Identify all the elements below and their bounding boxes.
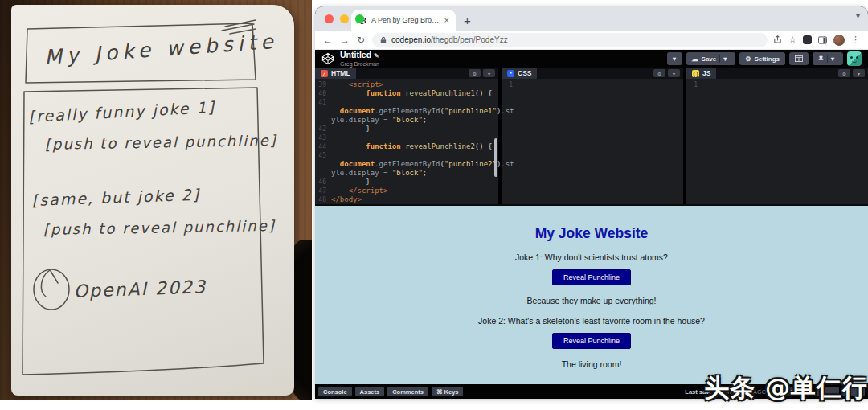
html-code-editor[interactable]: 39 <script>40 function revealPunchline1(… xyxy=(315,79,498,204)
js-panel-collapse-chevron-icon[interactable]: ▾ xyxy=(853,69,865,77)
html-panel-collapse-chevron-icon[interactable]: ▾ xyxy=(483,69,495,77)
sketch-line: [push to reveal punchline] xyxy=(43,217,276,238)
code-line[interactable]: 43 xyxy=(315,133,498,142)
code-text: </body> xyxy=(331,195,362,204)
line-number xyxy=(315,160,331,169)
codepen-header-actions: ♥ ☁ Save ▾ ⚙ Settings xyxy=(667,51,862,66)
js-panel-tab[interactable]: ( ) JS xyxy=(686,68,716,79)
footer-keys-button[interactable]: ⌘ Keys xyxy=(432,387,464,396)
line-number xyxy=(315,116,331,125)
pin-editor-button[interactable]: ▾ xyxy=(813,52,843,65)
code-line[interactable]: 42 } xyxy=(315,125,498,133)
new-tab-button[interactable]: + xyxy=(464,14,471,27)
footer-left-buttons: ConsoleAssetsComments⌘ Keys xyxy=(318,387,463,396)
sketch-logo-circle xyxy=(34,269,69,310)
css-code-editor[interactable]: 1 xyxy=(502,79,683,89)
code-line[interactable]: document.getElementById("punchline2").st xyxy=(315,160,498,169)
settings-button[interactable]: ⚙ Settings xyxy=(739,52,785,65)
js-panel-header: ( ) JS ⚙ ▾ xyxy=(686,68,868,79)
sketch-line: [same, but joke 2] xyxy=(31,186,201,209)
side-panel-icon[interactable] xyxy=(818,36,827,44)
pen-author[interactable]: Greg Brockman xyxy=(340,61,379,67)
footer-comments-button[interactable]: Comments xyxy=(387,387,428,396)
sketch-line: [push to reveal punchline] xyxy=(45,132,277,153)
browser-tab[interactable]: A Pen by Greg Brockman × xyxy=(351,10,456,31)
refresh-icon[interactable]: ↻ xyxy=(357,35,365,46)
code-text: <script> xyxy=(331,80,383,89)
codepen-logo-icon[interactable] xyxy=(321,52,334,65)
url-text: codepen.io/thegdb/pen/PodeYzz xyxy=(391,35,508,44)
code-line[interactable]: yle.display = "block"; xyxy=(315,116,498,125)
browser-profile-avatar[interactable] xyxy=(833,35,845,46)
preview-punchline1-text: Because they make up everything! xyxy=(315,296,868,305)
extension-icon[interactable] xyxy=(803,35,812,44)
like-button[interactable]: ♥ xyxy=(667,52,682,65)
edit-pen-title-icon[interactable]: ✎ xyxy=(374,52,379,59)
css-panel-header: * CSS ⚙ ▾ xyxy=(502,68,683,79)
back-icon[interactable]: ← xyxy=(323,35,333,46)
codepen-user-avatar[interactable] xyxy=(847,51,862,66)
code-line[interactable]: 46 } xyxy=(315,178,498,187)
css-panel-label: CSS xyxy=(518,69,531,77)
code-text: yle.display = "block"; xyxy=(331,169,427,178)
html-panel-label: HTML xyxy=(331,69,350,77)
sketch-credit-text: OpenAI 2023 xyxy=(73,277,207,301)
window-controls[interactable] xyxy=(325,14,364,23)
minimize-window-button[interactable] xyxy=(340,14,349,23)
browser-tab-strip: A Pen by Greg Brockman × + ▾ xyxy=(315,6,868,31)
zoom-window-button[interactable] xyxy=(355,14,364,23)
html-panel-gear-icon[interactable]: ⚙ xyxy=(469,69,481,77)
code-line[interactable]: 41 xyxy=(315,98,498,107)
css-lang-icon: * xyxy=(507,70,514,77)
code-line[interactable]: 1 xyxy=(502,80,683,89)
save-dropdown-chevron-icon[interactable]: ▾ xyxy=(719,55,730,63)
line-number xyxy=(315,169,331,178)
html-panel: ∕ HTML ⚙ ▾ 39 <script>40 function reveal… xyxy=(315,68,498,204)
bookmark-star-icon[interactable]: ☆ xyxy=(788,35,796,45)
code-text: function revealPunchline1() { xyxy=(331,89,493,98)
reveal-punchline2-button[interactable]: Reveal Punchline xyxy=(552,333,631,349)
forward-icon[interactable]: → xyxy=(340,35,350,46)
sketch-photo: My Joke website [really funny joke 1][pu… xyxy=(0,0,312,400)
code-line[interactable]: 47 </script> xyxy=(315,187,498,195)
close-window-button[interactable] xyxy=(325,14,334,23)
reveal-punchline1-button[interactable]: Reveal Punchline xyxy=(552,269,631,285)
share-icon[interactable] xyxy=(773,35,782,44)
preview-joke1-text: Joke 1: Why don't scientists trust atoms… xyxy=(315,252,868,262)
toolbar-right-icons: ☆ ⋮ xyxy=(773,35,860,46)
tab-search-chevron-icon[interactable]: ▾ xyxy=(856,11,860,20)
code-line[interactable]: 40 function revealPunchline1() { xyxy=(315,89,498,98)
code-line[interactable]: 48</body> xyxy=(315,195,498,204)
code-line[interactable]: yle.display = "block"; xyxy=(315,169,498,178)
browser-menu-icon[interactable]: ⋮ xyxy=(851,35,860,45)
code-line[interactable]: document.getElementById("punchline1").st xyxy=(315,107,498,116)
code-line[interactable]: 44 function revealPunchline2() { xyxy=(315,142,498,151)
css-panel-tab[interactable]: * CSS xyxy=(502,68,537,79)
change-view-button[interactable] xyxy=(789,52,809,65)
footer-console-button[interactable]: Console xyxy=(318,387,352,396)
css-panel-gear-icon[interactable]: ⚙ xyxy=(653,69,665,77)
line-number: 42 xyxy=(315,125,331,133)
html-editor-scrollbar[interactable] xyxy=(494,138,497,177)
line-number: 1 xyxy=(502,80,518,89)
code-line[interactable]: 1 xyxy=(686,80,868,89)
code-text: </script> xyxy=(331,187,387,195)
tab-close-icon[interactable]: × xyxy=(444,16,449,25)
js-lang-icon: ( ) xyxy=(692,70,699,77)
code-line[interactable]: 45 xyxy=(315,151,498,160)
js-panel-gear-icon[interactable]: ⚙ xyxy=(838,69,850,77)
save-button[interactable]: ☁ Save ▾ xyxy=(686,52,736,65)
sketch-line: [really funny joke 1] xyxy=(28,98,216,125)
url-path: /thegdb/pen/PodeYzz xyxy=(431,35,508,44)
preview-punchline2-text: The living room! xyxy=(315,359,868,369)
footer-assets-button[interactable]: Assets xyxy=(355,387,385,396)
pin-dropdown-chevron-icon[interactable]: ▾ xyxy=(827,55,837,63)
html-panel-tab[interactable]: ∕ HTML xyxy=(315,68,356,79)
browser-toolbar: ← → ↻ codepen.io/thegdb/pen/PodeYzz ☆ xyxy=(315,31,868,50)
line-number: 45 xyxy=(315,151,331,160)
address-bar[interactable]: codepen.io/thegdb/pen/PodeYzz xyxy=(372,33,768,47)
js-code-editor[interactable]: 1 xyxy=(686,79,868,89)
code-line[interactable]: 39 <script> xyxy=(315,80,498,89)
code-text: } xyxy=(331,125,371,133)
css-panel-collapse-chevron-icon[interactable]: ▾ xyxy=(668,69,680,77)
